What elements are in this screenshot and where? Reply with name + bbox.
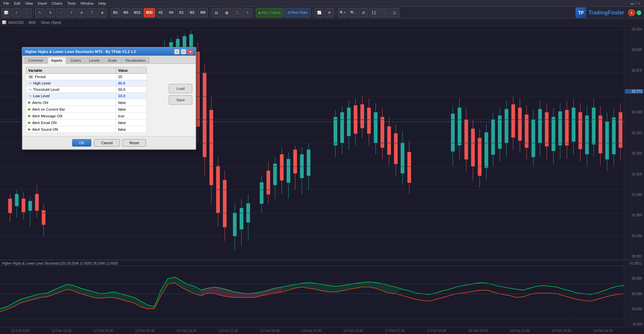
cursor-btn[interactable]: ↖ xyxy=(35,8,45,17)
line-btn[interactable]: ⟋ xyxy=(56,8,65,17)
price-33095: 33.095 xyxy=(625,48,643,52)
indicator-panel: Higher Highs & Lower Lows Stochastic(20)… xyxy=(0,260,644,334)
strategy-tester-btn[interactable]: ⚙ xyxy=(325,8,334,17)
grid-line xyxy=(0,213,624,213)
grid-line xyxy=(0,166,624,167)
tab-scale[interactable]: Scale xyxy=(104,57,121,63)
tab-common[interactable]: Common xyxy=(24,57,47,63)
trend-btn[interactable]: ↗ xyxy=(66,8,76,17)
row-alerts-on[interactable]: ▶ Alerts ON false xyxy=(26,99,147,106)
algo-trading-btn[interactable]: ▶ Algo Trading xyxy=(256,8,283,17)
svg-rect-49 xyxy=(294,150,297,173)
row-alert-current-bar[interactable]: ▶ Alert on Current Bar false xyxy=(26,106,147,113)
new-chart-btn[interactable]: 📊 xyxy=(1,8,11,17)
menu-window[interactable]: Window xyxy=(79,1,96,5)
zoom-out-btn[interactable]: - xyxy=(22,8,32,17)
text-btn[interactable]: T xyxy=(87,8,97,17)
tab-colors[interactable]: Colors xyxy=(67,57,85,63)
menu-help[interactable]: Help xyxy=(96,1,108,5)
dialog-minimize-btn[interactable]: − xyxy=(174,49,180,54)
tf-m1[interactable]: M1 xyxy=(111,8,120,17)
row-threshold[interactable]: Ys Threshold Level 50.0 xyxy=(26,87,147,93)
magnify-minus-btn[interactable]: 🔍- xyxy=(348,8,358,17)
symbol-sep2: : xyxy=(38,20,39,24)
shapes-btn[interactable]: ◈ xyxy=(98,8,107,17)
svg-rect-23 xyxy=(196,52,200,127)
tab-inputs[interactable]: Inputs xyxy=(48,57,66,64)
alert-msg-icon: ▶ xyxy=(28,114,31,118)
new-order-btn[interactable]: 🛒 New Order xyxy=(285,8,311,17)
fib-btn[interactable]: ≋ xyxy=(77,8,86,17)
grid-btn[interactable]: ⊞ xyxy=(359,8,368,17)
cell-alert-email-label: ▶ Alert Email ON xyxy=(26,119,116,126)
tab-visualization[interactable]: Visualization xyxy=(121,57,150,63)
svg-rect-125 xyxy=(605,122,609,159)
chart-type-btn[interactable]: ▤ xyxy=(211,8,221,17)
tf-m5[interactable]: M5 xyxy=(121,8,131,17)
load-button[interactable]: Load xyxy=(169,84,192,93)
vol-btn[interactable]: ║║ xyxy=(369,8,379,17)
cell-alert-sound-value[interactable]: false xyxy=(116,126,146,133)
crosshair-btn[interactable]: ✛ xyxy=(46,8,55,17)
svg-rect-77 xyxy=(407,152,411,182)
line-chart-btn[interactable]: ∿ xyxy=(243,8,252,17)
row-alert-email[interactable]: ▶ Alert Email ON false xyxy=(26,119,147,126)
svg-rect-63 xyxy=(360,105,364,128)
candle-btn[interactable]: ⬛ xyxy=(232,8,242,17)
price-31690: 31.690 xyxy=(625,193,643,197)
menu-tools[interactable]: Tools xyxy=(65,1,78,5)
tf-w1[interactable]: W1 xyxy=(187,8,197,17)
zoom-in-btn[interactable]: + xyxy=(12,8,21,17)
svg-rect-113 xyxy=(565,110,568,145)
svg-rect-93 xyxy=(498,116,501,148)
cell-period-label: 01 Period xyxy=(26,74,116,80)
row-high-level[interactable]: Ys High Level 60.0 xyxy=(26,80,147,87)
cell-period-value[interactable]: 20 xyxy=(116,74,146,80)
menu-charts[interactable]: Charts xyxy=(50,1,64,5)
symbol-bar: 📊 XAGUSD , M30 : Silver (Spot) xyxy=(0,19,644,26)
svg-rect-33 xyxy=(233,213,237,236)
period-sep-btn[interactable]: ⋮ xyxy=(380,8,389,17)
svg-rect-129 xyxy=(619,113,622,148)
tf-h4[interactable]: H4 xyxy=(166,8,176,17)
indicator-list-btn[interactable]: 📈 xyxy=(314,8,324,17)
tf-h1[interactable]: H1 xyxy=(156,8,165,17)
menu-insert[interactable]: Insert xyxy=(36,1,49,5)
dialog-maximize-btn[interactable]: □ xyxy=(181,49,186,54)
tf-d1[interactable]: D1 xyxy=(177,8,186,17)
reset-button[interactable]: Reset xyxy=(122,139,146,147)
tab-levels[interactable]: Levels xyxy=(85,57,103,63)
tf-mn[interactable]: MN xyxy=(198,8,208,17)
menu-file[interactable]: File xyxy=(1,1,11,5)
cell-threshold-value[interactable]: 50.0 xyxy=(116,87,146,93)
notification-badge: 1 xyxy=(628,9,635,16)
row-low-level[interactable]: Ys Low Level 10.0 xyxy=(26,93,147,99)
row-period[interactable]: 01 Period 20 xyxy=(26,74,147,80)
dialog-titlebar: Higher Highs & Lower Lows Stochastic MT5… xyxy=(22,48,196,56)
ok-button[interactable]: OK xyxy=(72,139,92,147)
dialog-close-btn[interactable]: ✕ xyxy=(188,49,193,54)
row-alert-sound[interactable]: ▶ Alert Sound ON false xyxy=(26,126,147,133)
tf-m15[interactable]: M15 xyxy=(132,8,143,17)
save-button[interactable]: Save xyxy=(169,95,192,105)
cell-alert-email-value[interactable]: false xyxy=(116,119,146,126)
cell-low-label: Ys Low Level xyxy=(26,93,116,99)
settings-dialog[interactable]: Higher Highs & Lower Lows Stochastic MT5… xyxy=(22,47,196,150)
svg-rect-121 xyxy=(592,108,595,145)
menu-edit[interactable]: Edit xyxy=(12,1,22,5)
magnify-plus-btn[interactable]: 🔍+ xyxy=(338,8,347,17)
tf-m30[interactable]: M30 xyxy=(144,8,155,17)
cancel-button[interactable]: Cancel xyxy=(94,139,119,147)
logo-text: TradingFinder xyxy=(588,10,624,16)
row-alert-message[interactable]: ▶ Alert Message ON true xyxy=(26,113,147,119)
price-31290: 31.290 xyxy=(625,234,643,238)
toolbar-sep-4 xyxy=(254,9,254,17)
bar-chart-btn[interactable]: ▦ xyxy=(222,8,231,17)
menu-view[interactable]: View xyxy=(23,1,35,5)
cell-alert-bar-value[interactable]: false xyxy=(116,106,146,113)
cell-high-value[interactable]: 60.0 xyxy=(116,80,146,87)
cell-alert-msg-value[interactable]: true xyxy=(116,113,146,119)
obj-btn[interactable]: ◫ xyxy=(390,8,399,17)
cell-alerts-value[interactable]: false xyxy=(116,99,146,106)
cell-low-value[interactable]: 10.0 xyxy=(116,93,146,99)
